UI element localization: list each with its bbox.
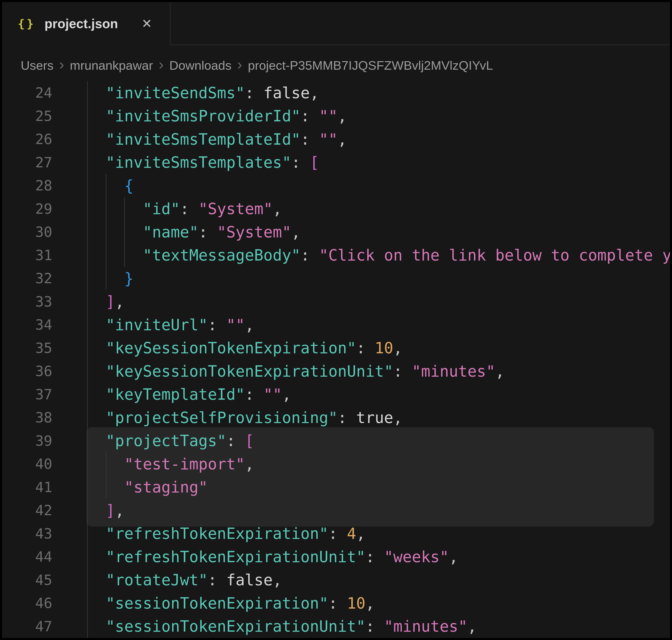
code-token: ] — [106, 293, 115, 310]
code-line[interactable]: 29 "id": "System", — [2, 197, 670, 221]
code-text: "inviteUrl": "", — [87, 316, 254, 334]
line-number: 34 — [2, 317, 52, 333]
code-text: "inviteSendSms": false, — [87, 84, 319, 102]
code-token: "Click on the link below to complete y — [319, 246, 670, 264]
code-token: [ — [310, 154, 319, 171]
line-number: 26 — [2, 131, 52, 147]
code-token: : — [356, 339, 375, 357]
code-token: , — [273, 571, 282, 589]
code-token: "keySessionTokenExpirationUnit" — [106, 362, 393, 380]
chevron-right-icon: › — [237, 57, 242, 72]
code-token: , — [393, 339, 403, 357]
code-token: , — [495, 362, 504, 380]
code-line[interactable]: 33 ], — [2, 290, 670, 314]
code-line[interactable]: 47 "sessionTokenExpirationUnit": "minute… — [2, 615, 670, 638]
code-token: , — [338, 107, 347, 125]
code-line[interactable]: 37 "keyTemplateId": "", — [2, 383, 670, 406]
code-token: "staging" — [124, 478, 208, 496]
code-token: , — [245, 455, 254, 473]
code-token: , — [366, 594, 375, 612]
code-token: "System" — [217, 223, 291, 241]
code-line[interactable]: 42 ], — [2, 499, 670, 522]
line-number: 47 — [2, 618, 52, 635]
line-number: 40 — [2, 456, 52, 472]
code-line[interactable]: 27 "inviteSmsTemplates": [ — [2, 151, 670, 174]
code-token: "inviteSendSms" — [106, 84, 245, 102]
breadcrumb-item-user-folder[interactable]: mrunankpawar — [70, 58, 153, 73]
code-text: "inviteSmsTemplateId": "", — [87, 130, 347, 148]
code-token: , — [273, 200, 282, 218]
code-editor[interactable]: 24 "inviteSendSms": false,25 "inviteSmsP… — [2, 81, 670, 638]
code-token: "test-import" — [124, 455, 245, 473]
code-text: ], — [87, 293, 124, 310]
code-token: : — [366, 617, 384, 635]
code-line[interactable]: 24 "inviteSendSms": false, — [2, 81, 670, 104]
code-token: , — [245, 316, 254, 334]
line-number: 27 — [2, 154, 52, 171]
code-token: "name" — [143, 223, 199, 241]
line-number: 29 — [2, 201, 52, 217]
code-token: "minutes" — [412, 362, 495, 380]
code-token: , — [356, 525, 366, 542]
code-token: : — [245, 84, 263, 102]
code-text: "projectTags": [ — [87, 432, 254, 450]
line-number: 33 — [2, 293, 52, 310]
code-line[interactable]: 36 "keySessionTokenExpirationUnit": "min… — [2, 360, 670, 383]
code-token: : — [245, 386, 263, 403]
code-line[interactable]: 26 "inviteSmsTemplateId": "", — [2, 128, 670, 151]
code-token: "weeks" — [384, 548, 449, 566]
code-token: : — [208, 571, 226, 589]
code-token: "inviteSmsTemplateId" — [106, 130, 301, 148]
code-line[interactable]: 44 "refreshTokenExpirationUnit": "weeks"… — [2, 545, 670, 568]
line-number: 31 — [2, 247, 52, 264]
breadcrumb-item-downloads[interactable]: Downloads — [169, 58, 231, 73]
line-number: 45 — [2, 572, 52, 588]
line-number: 38 — [2, 409, 52, 426]
tab-project-json[interactable]: {} project.json ✕ — [2, 2, 171, 45]
code-text: "textMessageBody": "Click on the link be… — [87, 246, 670, 264]
code-token: { — [124, 177, 133, 195]
code-token: "projectSelfProvisioning" — [106, 409, 338, 427]
line-number: 24 — [2, 85, 52, 101]
code-token: , — [115, 501, 124, 520]
breadcrumb-item-project-folder[interactable]: project-P35MMB7IJQSFZWBvlj2MVlzQIYvL — [248, 58, 493, 73]
code-text: "inviteSmsTemplates": [ — [87, 154, 319, 171]
code-text: "projectSelfProvisioning": true, — [87, 409, 403, 427]
code-line[interactable]: 30 "name": "System", — [2, 220, 670, 244]
line-number: 36 — [2, 363, 52, 379]
code-token: : — [328, 594, 347, 612]
code-line[interactable]: 45 "rotateJwt": false, — [2, 568, 670, 592]
code-line[interactable]: 28 { — [2, 174, 670, 197]
code-token: : — [328, 525, 347, 542]
code-text: "keySessionTokenExpirationUnit": "minute… — [87, 362, 504, 380]
code-token: : — [366, 548, 384, 566]
code-text: "id": "System", — [87, 200, 282, 218]
code-text: { — [87, 177, 133, 195]
code-line[interactable]: 39 "projectTags": [ — [2, 429, 670, 453]
code-line[interactable]: 35 "keySessionTokenExpiration": 10, — [2, 336, 670, 360]
code-line[interactable]: 38 "projectSelfProvisioning": true, — [2, 406, 670, 429]
code-token: , — [338, 130, 347, 148]
code-line[interactable]: 46 "sessionTokenExpiration": 10, — [2, 592, 670, 615]
code-token: "sessionTokenExpirationUnit" — [106, 617, 366, 635]
code-line[interactable]: 40 "test-import", — [2, 452, 670, 476]
code-token: "inviteSmsProviderId" — [106, 107, 301, 125]
line-number: 39 — [2, 433, 52, 449]
code-text: } — [87, 270, 133, 288]
close-tab-icon[interactable]: ✕ — [142, 16, 152, 31]
code-token: , — [449, 548, 458, 566]
breadcrumb-item-users[interactable]: Users — [21, 58, 54, 73]
code-line[interactable]: 34 "inviteUrl": "", — [2, 313, 670, 336]
code-token: "" — [226, 316, 245, 334]
tab-bar: {} project.json ✕ — [2, 2, 670, 45]
line-number: 43 — [2, 525, 52, 542]
code-token: : — [300, 246, 319, 264]
code-token: "" — [319, 130, 338, 148]
code-line[interactable]: 32 } — [2, 267, 670, 290]
code-line[interactable]: 41 "staging" — [2, 476, 670, 499]
code-line[interactable]: 25 "inviteSmsProviderId": "", — [2, 104, 670, 128]
code-line[interactable]: 43 "refreshTokenExpiration": 4, — [2, 522, 670, 546]
code-token: : — [291, 154, 310, 171]
code-line[interactable]: 31 "textMessageBody": "Click on the link… — [2, 244, 670, 267]
vscode-window: {} project.json ✕ Users › mrunankpawar ›… — [2, 2, 670, 638]
